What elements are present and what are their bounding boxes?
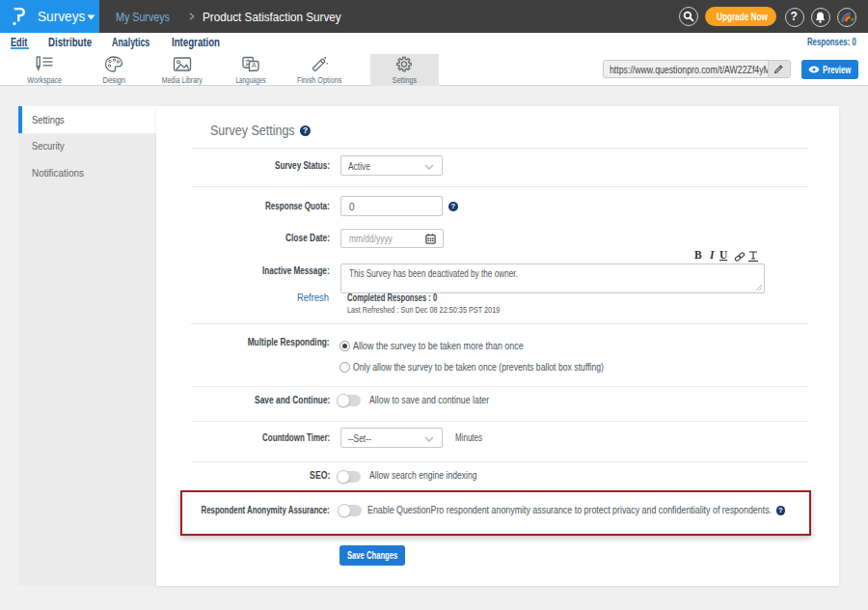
svg-text:A: A xyxy=(252,62,257,69)
